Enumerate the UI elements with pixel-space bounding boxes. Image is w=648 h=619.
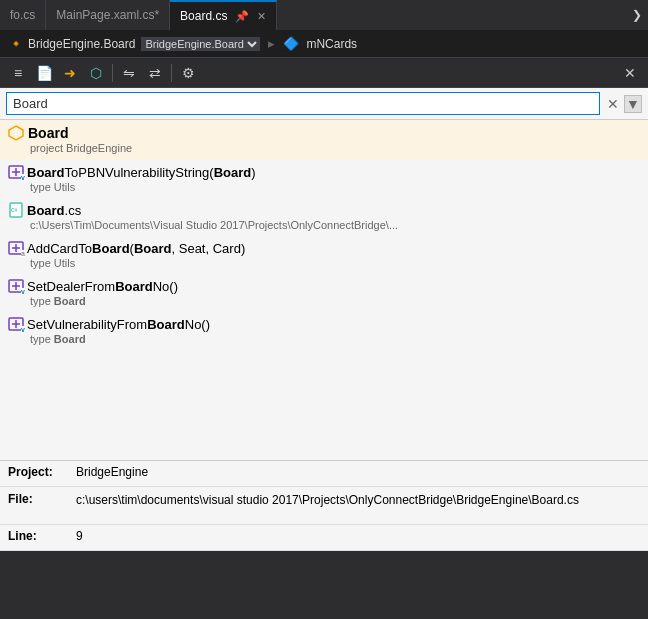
breadcrumb-bar: 🔸 BridgeEngine.Board BridgeEngine.Board … [0, 30, 648, 58]
file-label: File: [8, 492, 68, 506]
breadcrumb-separator: ▸ [268, 36, 275, 51]
class-icon-button[interactable]: ⬡ [84, 61, 108, 85]
access-modifier-v3: v [21, 326, 25, 333]
method-icon-3: v [8, 278, 24, 294]
tab-fo-label: fo.cs [10, 8, 35, 22]
tab-mainpage[interactable]: MainPage.xaml.cs* [46, 0, 170, 30]
breadcrumb-class-text: BridgeEngine.Board [28, 37, 135, 51]
result-setvulnerabilityfromboardno-title: SetVulnerabilityFromBoardNo() [27, 317, 210, 332]
method-icon-1: v [8, 164, 24, 180]
result-setvulnerabilityfromboardno[interactable]: v SetVulnerabilityFromBoardNo() type Boa… [0, 312, 648, 350]
breadcrumb-class-icon: 🔸 [8, 36, 24, 51]
result-board-class-title: Board [28, 125, 68, 141]
file-value: c:\users\tim\documents\visual studio 201… [76, 492, 579, 509]
result-board-class[interactable]: Board project BridgeEngine [0, 120, 648, 160]
search-clear-button[interactable]: ✕ [604, 95, 622, 113]
chevron-down-icon: ▼ [626, 96, 640, 112]
sync1-button[interactable]: ⇋ [117, 61, 141, 85]
result-setvulnerabilityfromboardno-subtitle: type Board [30, 333, 640, 345]
result-setdealerfromboardno[interactable]: v SetDealerFromBoardNo() type Board [0, 274, 648, 312]
tab-close-icon[interactable]: ✕ [257, 10, 266, 23]
svg-marker-0 [9, 126, 23, 140]
result-boardtopbn[interactable]: v BoardToPBNVulnerabilityString(Board) t… [0, 160, 648, 198]
file-cs-icon: C# [8, 202, 24, 218]
tab-fo[interactable]: fo.cs [0, 0, 46, 30]
close-panel-button[interactable]: ✕ [618, 61, 642, 85]
access-modifier-a: a [21, 250, 25, 257]
access-modifier-v: v [21, 174, 25, 181]
tab-mainpage-label: MainPage.xaml.cs* [56, 8, 159, 22]
tab-overflow-button[interactable]: ❯ [626, 0, 648, 30]
result-boardtopbn-subtitle: type Utils [30, 181, 640, 193]
tab-board[interactable]: Board.cs 📌 ✕ [170, 0, 277, 30]
sync1-icon: ⇋ [123, 65, 135, 81]
method-icon-2: a [8, 240, 24, 256]
copy-icon: 📄 [36, 65, 53, 81]
search-container: ✕ ▼ [0, 88, 648, 120]
project-value: BridgeEngine [76, 465, 148, 479]
align-left-icon: ≡ [14, 65, 22, 81]
breadcrumb-member-text: mNCards [306, 37, 357, 51]
toolbar-separator-1 [112, 64, 113, 82]
results-list: Board project BridgeEngine v BoardToPBNV… [0, 120, 648, 460]
search-input[interactable] [6, 92, 600, 115]
result-addcardtoboard-title: AddCardToBoard(Board, Seat, Card) [27, 241, 245, 256]
access-modifier-v2: v [21, 288, 25, 295]
svg-text:C#: C# [11, 207, 18, 213]
align-left-button[interactable]: ≡ [6, 61, 30, 85]
result-board-class-subtitle: project BridgeEngine [30, 142, 640, 154]
line-label: Line: [8, 529, 68, 543]
line-value: 9 [76, 529, 83, 543]
info-panel: Project: BridgeEngine File: c:\users\tim… [0, 460, 648, 551]
info-line-row: Line: 9 [0, 525, 648, 551]
breadcrumb-dropdown[interactable]: BridgeEngine.Board [141, 37, 260, 51]
tab-pin-icon: 📌 [235, 10, 249, 23]
result-addcardtoboard-subtitle: type Utils [30, 257, 640, 269]
info-file-row: File: c:\users\tim\documents\visual stud… [0, 487, 648, 525]
settings-button[interactable]: ⚙ [176, 61, 200, 85]
result-board-cs-title: Board.cs [27, 203, 81, 218]
navigate-forward-button[interactable]: ➜ [58, 61, 82, 85]
info-project-row: Project: BridgeEngine [0, 461, 648, 487]
result-boardtopbn-title: BoardToPBNVulnerabilityString(Board) [27, 165, 256, 180]
result-setdealerfromboardno-title: SetDealerFromBoardNo() [27, 279, 178, 294]
copy-button[interactable]: 📄 [32, 61, 56, 85]
search-dropdown-button[interactable]: ▼ [624, 95, 642, 113]
clear-icon: ✕ [607, 96, 619, 112]
settings-icon: ⚙ [182, 65, 195, 81]
tab-bar: fo.cs MainPage.xaml.cs* Board.cs 📌 ✕ ❯ [0, 0, 648, 30]
result-board-cs[interactable]: C# Board.cs c:\Users\Tim\Documents\Visua… [0, 198, 648, 236]
navigate-forward-icon: ➜ [64, 65, 76, 81]
class-icon [8, 125, 24, 141]
result-setdealerfromboardno-subtitle: type Board [30, 295, 640, 307]
chevron-right-icon: ❯ [632, 8, 642, 22]
result-addcardtoboard[interactable]: a AddCardToBoard(Board, Seat, Card) type… [0, 236, 648, 274]
class-icon: ⬡ [90, 65, 102, 81]
method-icon-4: v [8, 316, 24, 332]
close-icon: ✕ [624, 65, 636, 81]
sync2-button[interactable]: ⇄ [143, 61, 167, 85]
toolbar-separator-2 [171, 64, 172, 82]
project-label: Project: [8, 465, 68, 479]
tab-board-label: Board.cs [180, 9, 227, 23]
sync2-icon: ⇄ [149, 65, 161, 81]
toolbar: ≡ 📄 ➜ ⬡ ⇋ ⇄ ⚙ ✕ [0, 58, 648, 88]
breadcrumb-member-icon: 🔷 [283, 36, 299, 51]
result-board-cs-subtitle: c:\Users\Tim\Documents\Visual Studio 201… [30, 219, 640, 231]
